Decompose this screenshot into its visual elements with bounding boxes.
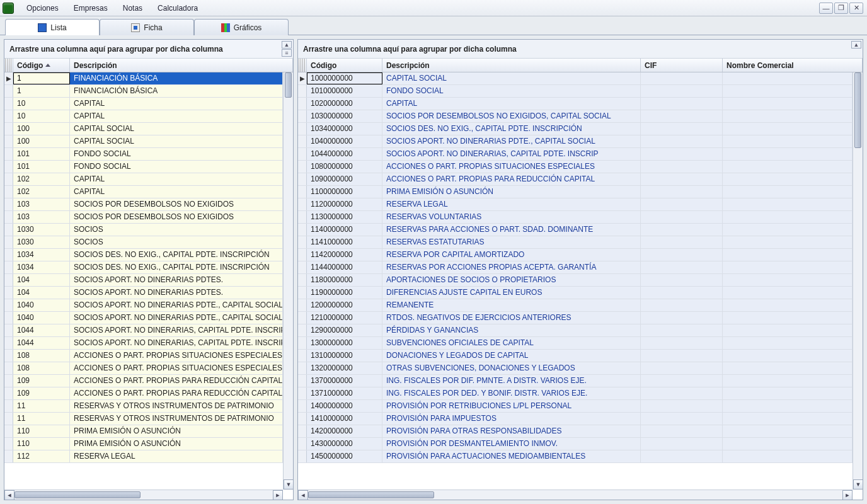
table-row[interactable]: 1030000000SOCIOS POR DESEMBOLSOS NO EXIG… <box>298 110 853 123</box>
left-grid-body[interactable]: ▶1FINANCIACIÓN BÁSICA1FINANCIACIÓN BÁSIC… <box>4 72 283 490</box>
scroll-left-icon[interactable]: ◄ <box>298 490 308 500</box>
table-row[interactable]: 1290000000PÉRDIDAS Y GANANCIAS <box>298 324 853 337</box>
table-row[interactable]: ▶1FINANCIACIÓN BÁSICA <box>4 72 283 85</box>
right-grid-body[interactable]: ▶1000000000CAPITAL SOCIAL1010000000FONDO… <box>298 72 853 490</box>
scroll-right-icon[interactable]: ► <box>842 490 853 500</box>
table-row[interactable]: 103SOCIOS POR DESEMBOLSOS NO EXIGIDOS <box>4 211 283 224</box>
left-horizontal-scrollbar[interactable]: ◄ ► <box>4 490 283 500</box>
close-button[interactable]: ✕ <box>849 3 863 14</box>
menu-opciones[interactable]: Opciones <box>19 1 66 15</box>
table-row[interactable]: 101FONDO SOCIAL <box>4 148 283 161</box>
right-group-bar[interactable]: Arrastre una columna aquí para agrupar p… <box>298 40 863 59</box>
table-row[interactable]: 1040SOCIOS APORT. NO DINERARIAS PDTE., C… <box>4 312 283 324</box>
table-row[interactable]: 11RESERVAS Y OTROS INSTRUMENTOS DE PATRI… <box>4 400 283 413</box>
table-row[interactable]: 1320000000OTRAS SUBVENCIONES, DONACIONES… <box>298 362 853 375</box>
table-row[interactable]: 104SOCIOS APORT. NO DINERARIAS PDTES. <box>4 287 283 299</box>
table-row[interactable]: 1400000000PROVISIÓN POR RETRIBUCIONES L/… <box>298 400 853 413</box>
tab-lista[interactable]: Lista <box>5 19 100 35</box>
table-row[interactable]: 100CAPITAL SOCIAL <box>4 123 283 135</box>
table-row[interactable]: 1190000000DIFERENCIAS AJUSTE CAPITAL EN … <box>298 287 853 299</box>
right-col-nombre[interactable]: Nombre Comercial <box>723 59 863 72</box>
table-row[interactable]: 101FONDO SOCIAL <box>4 161 283 173</box>
minimize-button[interactable]: — <box>819 3 833 14</box>
table-row[interactable]: 1371000000ING. FISCALES POR DED. Y BONIF… <box>298 387 853 400</box>
menu-calculadora[interactable]: Calculadora <box>150 1 205 15</box>
table-row[interactable]: 1180000000APORTACIONES DE SOCIOS O PROPI… <box>298 274 853 287</box>
table-row[interactable]: 103SOCIOS POR DESEMBOLSOS NO EXIGIDOS <box>4 198 283 211</box>
table-row[interactable]: 1141000000RESERVAS ESTATUTARIAS <box>298 236 853 249</box>
right-vertical-scrollbar[interactable]: ▼ <box>853 72 863 490</box>
right-col-codigo[interactable]: Código <box>307 59 382 72</box>
table-row[interactable]: 1044000000SOCIOS APORT. NO DINERARIAS, C… <box>298 148 853 161</box>
left-col-codigo[interactable]: Código <box>13 59 70 72</box>
table-row[interactable]: 11RESERVAS Y OTROS INSTRUMENTOS DE PATRI… <box>4 413 283 425</box>
left-group-bar[interactable]: Arrastre una columna aquí para agrupar p… <box>4 40 293 59</box>
menu-notas[interactable]: Notas <box>115 1 150 15</box>
scrollbar-thumb[interactable] <box>854 72 861 148</box>
table-row[interactable]: 10CAPITAL <box>4 110 283 123</box>
left-col-descripcion[interactable]: Descripción <box>70 59 293 72</box>
scroll-left-icon[interactable]: ◄ <box>4 490 14 500</box>
right-horizontal-scrollbar[interactable]: ◄ ► <box>298 490 853 500</box>
scrollbar-thumb[interactable] <box>285 72 292 98</box>
table-row[interactable]: 1040SOCIOS APORT. NO DINERARIAS PDTE., C… <box>4 299 283 312</box>
menu-empresas[interactable]: Empresas <box>66 1 115 15</box>
table-row[interactable]: 1020000000CAPITAL <box>298 98 853 110</box>
row-selector-header[interactable] <box>298 59 307 72</box>
restore-button[interactable]: ❐ <box>834 3 848 14</box>
table-row[interactable]: 109ACCIONES O PART. PROPIAS PARA REDUCCI… <box>4 375 283 387</box>
tab-graficos[interactable]: Gráficos <box>194 19 289 35</box>
scroll-down-icon[interactable]: ▼ <box>284 479 293 490</box>
table-row[interactable]: 1080000000ACCIONES O PART. PROPIAS SITUA… <box>298 161 853 173</box>
table-row[interactable]: 1300000000SUBVENCIONES OFICIALES DE CAPI… <box>298 337 853 350</box>
table-row[interactable]: 10CAPITAL <box>4 98 283 110</box>
table-row[interactable]: 1144000000RESERVAS POR ACCIONES PROPIAS … <box>298 261 853 274</box>
tab-ficha[interactable]: Ficha <box>100 19 194 35</box>
table-row[interactable]: 1370000000ING. FISCALES POR DIF. PMNTE. … <box>298 375 853 387</box>
table-row[interactable]: 1210000000RTDOS. NEGATIVOS DE EJERCICIOS… <box>298 312 853 324</box>
scroll-down-icon[interactable]: ▼ <box>853 479 863 490</box>
table-row[interactable]: 1410000000PROVISIÓN PARA IMPUESTOS <box>298 413 853 425</box>
table-row[interactable]: 1120000000RESERVA LEGAL <box>298 198 853 211</box>
table-row[interactable]: 1420000000PROVISIÓN PARA OTRAS RESPONSAB… <box>298 425 853 438</box>
scroll-right-icon[interactable]: ► <box>273 490 283 500</box>
scrollbar-thumb[interactable] <box>308 491 434 498</box>
table-row[interactable]: 1040000000SOCIOS APORT. NO DINERARIAS PD… <box>298 135 853 148</box>
left-vertical-scrollbar[interactable]: ▼ <box>283 72 293 490</box>
right-col-cif[interactable]: CIF <box>641 59 723 72</box>
table-row[interactable]: 110PRIMA EMISIÓN O ASUNCIÓN <box>4 438 283 450</box>
table-row[interactable]: 1044SOCIOS APORT. NO DINERARIAS, CAPITAL… <box>4 337 283 350</box>
scroll-up-icon[interactable]: ▲ <box>282 41 292 49</box>
scrollbar-thumb[interactable] <box>14 491 141 498</box>
table-row[interactable]: 1130000000RESERVAS VOLUNTARIAS <box>298 211 853 224</box>
table-row[interactable]: 1430000000PROVISIÓN POR DESMANTELAMIENTO… <box>298 438 853 450</box>
table-row[interactable]: 1FINANCIACIÓN BÁSICA <box>4 85 283 98</box>
table-row[interactable]: 104SOCIOS APORT. NO DINERARIAS PDTES. <box>4 274 283 287</box>
table-row[interactable]: 1010000000FONDO SOCIAL <box>298 85 853 98</box>
table-row[interactable]: 1034000000SOCIOS DES. NO EXIG., CAPITAL … <box>298 123 853 135</box>
row-selector-header[interactable] <box>4 59 13 72</box>
table-row[interactable]: 1034SOCIOS DES. NO EXIG., CAPITAL PDTE. … <box>4 261 283 274</box>
table-row[interactable]: 1034SOCIOS DES. NO EXIG., CAPITAL PDTE. … <box>4 249 283 261</box>
table-row[interactable]: 108ACCIONES O PART. PROPIAS SITUACIONES … <box>4 350 283 362</box>
table-row[interactable]: 1200000000REMANENTE <box>298 299 853 312</box>
table-row[interactable]: 110PRIMA EMISIÓN O ASUNCIÓN <box>4 425 283 438</box>
table-row[interactable]: 1090000000ACCIONES O PART. PROPIAS PARA … <box>298 173 853 186</box>
table-row[interactable]: 1030SOCIOS <box>4 236 283 249</box>
table-row[interactable]: 100CAPITAL SOCIAL <box>4 135 283 148</box>
table-row[interactable]: 1450000000PROVISIÓN PARA ACTUACIONES MED… <box>298 450 853 463</box>
table-row[interactable]: 1142000000RESERVA POR CAPITAL AMORTIZADO <box>298 249 853 261</box>
right-col-descripcion[interactable]: Descripción <box>382 59 641 72</box>
scroll-options-icon[interactable]: ≡ <box>282 49 292 57</box>
table-row[interactable]: 109ACCIONES O PART. PROPIAS PARA REDUCCI… <box>4 387 283 400</box>
scroll-up-icon[interactable]: ▲ <box>851 41 861 49</box>
table-row[interactable]: 1100000000PRIMA EMISIÓN O ASUNCIÓN <box>298 186 853 198</box>
table-row[interactable]: 1030SOCIOS <box>4 224 283 236</box>
table-row[interactable]: 112RESERVA LEGAL <box>4 450 283 463</box>
table-row[interactable]: 1044SOCIOS APORT. NO DINERARIAS, CAPITAL… <box>4 324 283 337</box>
table-row[interactable]: 102CAPITAL <box>4 173 283 186</box>
table-row[interactable]: 108ACCIONES O PART. PROPIAS SITUACIONES … <box>4 362 283 375</box>
table-row[interactable]: 1310000000DONACIONES Y LEGADOS DE CAPITA… <box>298 350 853 362</box>
table-row[interactable]: 102CAPITAL <box>4 186 283 198</box>
table-row[interactable]: ▶1000000000CAPITAL SOCIAL <box>298 72 853 85</box>
